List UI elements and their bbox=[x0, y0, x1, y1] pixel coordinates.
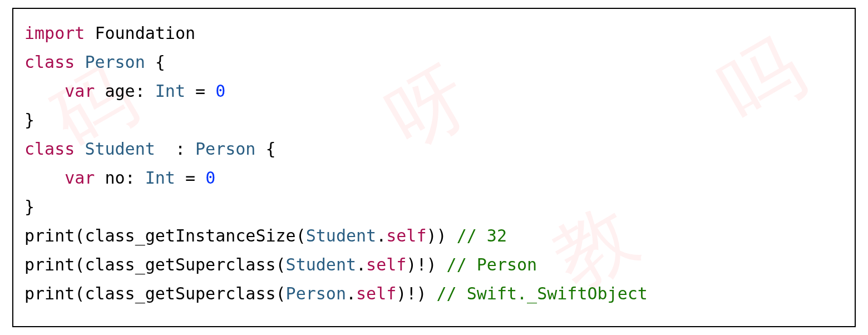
code-line: print(class_getInstanceSize(Student.self… bbox=[24, 221, 844, 250]
code-line: import Foundation bbox=[24, 19, 844, 48]
dot: . bbox=[346, 284, 356, 303]
comment: // Person bbox=[447, 255, 537, 274]
dot: . bbox=[356, 255, 366, 274]
code-line: } bbox=[24, 106, 844, 135]
paren: ( bbox=[276, 284, 286, 303]
class-name: Person bbox=[85, 52, 145, 72]
number-literal: 0 bbox=[205, 168, 215, 188]
brace: } bbox=[24, 197, 34, 216]
type-int: Int bbox=[145, 168, 175, 188]
paren: ( bbox=[296, 226, 306, 245]
identifier: Foundation bbox=[95, 23, 195, 43]
colon: : bbox=[125, 168, 145, 188]
brace: } bbox=[24, 110, 34, 130]
keyword-class: class bbox=[24, 139, 75, 159]
base-class: Person bbox=[195, 139, 255, 159]
func-print: print bbox=[24, 284, 75, 303]
brace: { bbox=[255, 139, 275, 159]
brace: { bbox=[145, 52, 165, 72]
code-line: class Student : Person { bbox=[24, 135, 844, 164]
indent bbox=[24, 81, 65, 101]
paren: )) bbox=[426, 226, 446, 245]
colon: : bbox=[135, 81, 155, 101]
class-ref: Person bbox=[286, 284, 346, 303]
class-ref: Student bbox=[286, 255, 356, 274]
code-line: print(class_getSuperclass(Student.self)!… bbox=[24, 250, 844, 279]
space bbox=[426, 284, 436, 303]
code-line: } bbox=[24, 193, 844, 221]
property-name: age bbox=[105, 81, 135, 101]
keyword-self: self bbox=[366, 255, 406, 274]
class-name: Student bbox=[85, 139, 155, 159]
comment: // 32 bbox=[457, 226, 507, 245]
paren: ( bbox=[276, 255, 286, 274]
equals: = bbox=[185, 81, 215, 101]
paren: ( bbox=[75, 255, 85, 274]
paren: ( bbox=[75, 284, 85, 303]
space bbox=[437, 255, 447, 274]
number-literal: 0 bbox=[215, 81, 225, 101]
keyword-var: var bbox=[65, 81, 95, 101]
separator: : bbox=[155, 139, 195, 159]
code-line: print(class_getSuperclass(Person.self)!)… bbox=[24, 279, 844, 308]
code-line: class Person { bbox=[24, 48, 844, 77]
keyword-import: import bbox=[24, 23, 85, 43]
class-ref: Student bbox=[306, 226, 376, 245]
property-name: no bbox=[105, 168, 125, 188]
type-int: Int bbox=[155, 81, 185, 101]
func-call: class_getSuperclass bbox=[85, 255, 275, 274]
func-call: class_getInstanceSize bbox=[85, 226, 295, 245]
equals: = bbox=[175, 168, 205, 188]
func-call: class_getSuperclass bbox=[85, 284, 275, 303]
space bbox=[447, 226, 457, 245]
func-print: print bbox=[24, 255, 75, 274]
code-line: var no: Int = 0 bbox=[24, 164, 844, 193]
keyword-class: class bbox=[24, 52, 75, 72]
keyword-self: self bbox=[386, 226, 426, 245]
paren: ( bbox=[75, 226, 85, 245]
paren: )!) bbox=[406, 255, 436, 274]
func-print: print bbox=[24, 226, 75, 245]
code-line: var age: Int = 0 bbox=[24, 77, 844, 106]
code-block: import Foundation class Person { var age… bbox=[12, 8, 856, 327]
paren: )!) bbox=[396, 284, 426, 303]
dot: . bbox=[376, 226, 386, 245]
indent bbox=[24, 168, 65, 188]
keyword-var: var bbox=[65, 168, 95, 188]
keyword-self: self bbox=[356, 284, 396, 303]
comment: // Swift._SwiftObject bbox=[437, 284, 648, 303]
